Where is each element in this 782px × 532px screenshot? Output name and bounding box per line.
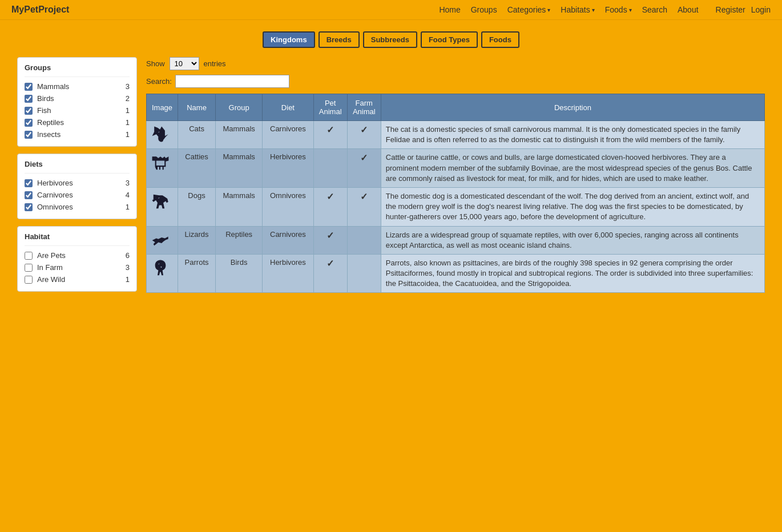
- cell-pet: ✓: [313, 187, 347, 226]
- entries-label: entries: [204, 59, 226, 68]
- col-image: Image: [147, 94, 178, 121]
- tab-kingdoms[interactable]: Kingdoms: [263, 31, 315, 48]
- col-description: Description: [381, 94, 764, 121]
- cell-description: The cat is a domestic species of small c…: [381, 121, 764, 149]
- table-row: LizardsReptilesCarnivores✓Lizards are a …: [147, 226, 765, 254]
- nav-groups[interactable]: Groups: [471, 5, 497, 14]
- show-label: Show: [146, 59, 165, 68]
- habitat-are-wild-checkbox[interactable]: [25, 276, 33, 284]
- cell-name: Catties: [178, 149, 216, 188]
- diet-carnivores-label: Carnivores: [37, 191, 121, 199]
- group-insects-checkbox[interactable]: [25, 131, 33, 139]
- group-fish: Fish 1: [25, 104, 130, 116]
- tabs-row: Kingdoms Breeds Subbreeds Food Types Foo…: [17, 31, 765, 48]
- habitat-in-farm-label: In Farm: [37, 263, 121, 272]
- habitat-are-pets-label: Are Pets: [37, 251, 121, 260]
- search-input[interactable]: [175, 75, 289, 88]
- table-controls: Show 10 25 50 100 entries: [146, 57, 765, 70]
- group-birds-checkbox[interactable]: [25, 95, 33, 103]
- habitat-are-wild-label: Are Wild: [37, 275, 121, 284]
- nav-login[interactable]: Login: [751, 5, 771, 14]
- habitat-in-farm-count: 3: [126, 263, 130, 272]
- tab-food-types[interactable]: Food Types: [421, 31, 478, 48]
- tab-subbreeds[interactable]: Subbreeds: [363, 31, 417, 48]
- diets-section: Diets Herbivores 3 Carnivores 4 Omnivore…: [17, 154, 137, 219]
- cell-image: [147, 187, 178, 226]
- col-diet: Diet: [263, 94, 313, 121]
- data-table: Image Name Group Diet PetAnimal FarmAnim…: [146, 94, 765, 293]
- diet-herbivores-label: Herbivores: [37, 179, 121, 187]
- group-fish-checkbox[interactable]: [25, 107, 33, 115]
- cell-name: Dogs: [178, 187, 216, 226]
- cell-image: [147, 149, 178, 188]
- cell-description: Lizards are a widespread group of squama…: [381, 226, 764, 254]
- group-mammals-count: 3: [126, 82, 130, 91]
- habitat-are-wild-count: 1: [126, 275, 130, 284]
- diet-omnivores-count: 1: [126, 203, 130, 211]
- col-pet: PetAnimal: [313, 94, 347, 121]
- entries-select[interactable]: 10 25 50 100: [170, 57, 199, 70]
- cell-farm: ✓: [347, 121, 381, 149]
- table-area: Show 10 25 50 100 entries Search: Image …: [146, 57, 765, 299]
- group-reptiles-label: Reptiles: [37, 118, 121, 127]
- group-birds: Birds 2: [25, 92, 130, 104]
- diet-herbivores-checkbox[interactable]: [25, 179, 33, 187]
- group-birds-count: 2: [126, 94, 130, 103]
- habitat-are-wild: Are Wild 1: [25, 273, 130, 285]
- habitat-are-pets-count: 6: [126, 251, 130, 260]
- nav-search[interactable]: Search: [642, 5, 667, 14]
- group-insects: Insects 1: [25, 128, 130, 140]
- cell-group: Birds: [216, 254, 263, 293]
- group-fish-label: Fish: [37, 106, 121, 115]
- cell-group: Mammals: [216, 121, 263, 149]
- group-reptiles-count: 1: [126, 118, 130, 127]
- cell-pet: ✓: [313, 121, 347, 149]
- diet-omnivores-checkbox[interactable]: [25, 203, 33, 211]
- diet-carnivores: Carnivores 4: [25, 189, 130, 201]
- cell-pet: [313, 149, 347, 188]
- nav-register[interactable]: Register: [716, 5, 745, 14]
- cell-diet: Herbivores: [263, 254, 313, 293]
- habitat-in-farm-checkbox[interactable]: [25, 264, 33, 272]
- table-row: CatsMammalsCarnivores✓✓The cat is a dome…: [147, 121, 765, 149]
- habitat-are-pets-checkbox[interactable]: [25, 252, 33, 260]
- nav-home[interactable]: Home: [439, 5, 460, 14]
- cell-diet: Carnivores: [263, 121, 313, 149]
- col-group: Group: [216, 94, 263, 121]
- tab-breeds[interactable]: Breeds: [319, 31, 360, 48]
- cell-description: Cattle or taurine cattle, or cows and bu…: [381, 149, 764, 188]
- diets-title: Diets: [25, 160, 130, 168]
- nav-about[interactable]: About: [678, 5, 699, 14]
- group-fish-count: 1: [126, 106, 130, 115]
- table-row: ParrotsBirdsHerbivores✓Parrots, also kno…: [147, 254, 765, 293]
- cell-farm: [347, 254, 381, 293]
- group-mammals-label: Mammals: [37, 82, 121, 91]
- group-mammals: Mammals 3: [25, 80, 130, 92]
- tab-foods[interactable]: Foods: [481, 31, 519, 48]
- cell-group: Reptiles: [216, 226, 263, 254]
- group-reptiles: Reptiles 1: [25, 116, 130, 128]
- diet-herbivores-count: 3: [126, 179, 130, 187]
- col-name: Name: [178, 94, 216, 121]
- nav-foods[interactable]: Foods: [605, 5, 632, 14]
- group-reptiles-checkbox[interactable]: [25, 119, 33, 127]
- cell-description: The domestic dog is a domesticated desce…: [381, 187, 764, 226]
- habitat-are-pets: Are Pets 6: [25, 249, 130, 261]
- habitat-title: Habitat: [25, 232, 130, 241]
- habitat-section: Habitat Are Pets 6 In Farm 3 Are Wild 1: [17, 226, 137, 292]
- diet-carnivores-checkbox[interactable]: [25, 191, 33, 199]
- cell-name: Lizards: [178, 226, 216, 254]
- cell-description: Parrots, also known as psittacines, are …: [381, 254, 764, 293]
- groups-title: Groups: [25, 63, 130, 72]
- cell-diet: Herbivores: [263, 149, 313, 188]
- group-insects-count: 1: [126, 130, 130, 139]
- search-label: Search:: [146, 77, 172, 86]
- nav-habitats[interactable]: Habitats: [561, 5, 594, 14]
- cell-farm: [347, 226, 381, 254]
- diet-herbivores: Herbivores 3: [25, 177, 130, 189]
- nav-categories[interactable]: Categories: [507, 5, 551, 14]
- group-mammals-checkbox[interactable]: [25, 83, 33, 91]
- groups-section: Groups Mammals 3 Birds 2 Fish 1: [17, 57, 137, 147]
- group-birds-label: Birds: [37, 94, 121, 103]
- cell-image: [147, 254, 178, 293]
